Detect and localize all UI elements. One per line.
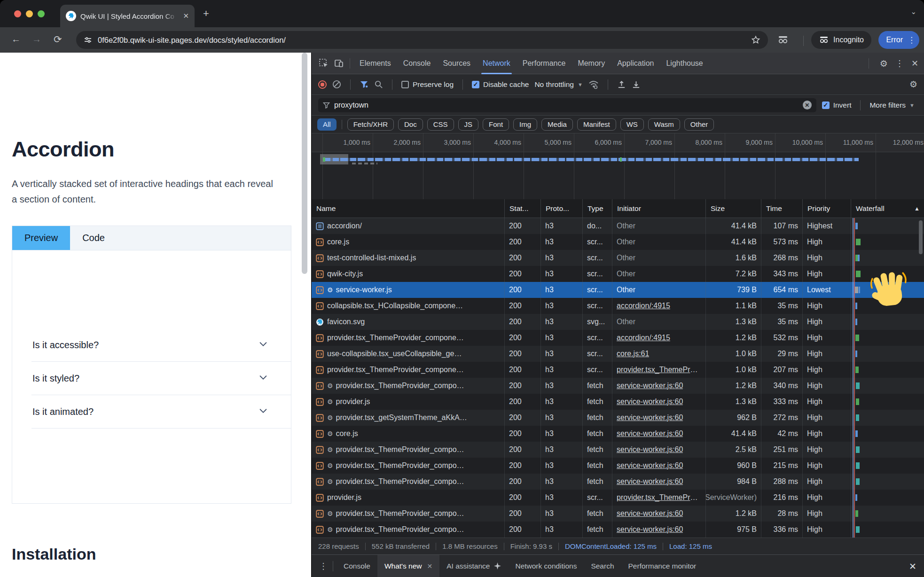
- type-chip-fetch/xhr[interactable]: Fetch/XHR: [347, 118, 394, 131]
- invert-filter-checkbox[interactable]: ✓ Invert: [822, 101, 852, 109]
- request-initiator[interactable]: provider.tsx_ThemeProvider: [612, 362, 706, 378]
- type-chip-other[interactable]: Other: [684, 118, 714, 131]
- demo-tab-preview[interactable]: Preview: [12, 226, 70, 250]
- drawer-tab-search[interactable]: Search: [584, 555, 621, 577]
- error-profile-button[interactable]: Error ⋮: [878, 31, 919, 49]
- devtools-tab-sources[interactable]: Sources: [437, 53, 477, 74]
- devtools-tab-lighthouse[interactable]: Lighthouse: [660, 53, 709, 74]
- devtools-menu-kebab-icon[interactable]: ⋮: [895, 58, 904, 69]
- type-chip-img[interactable]: Img: [513, 118, 537, 131]
- column-header-stat[interactable]: Stat...: [505, 199, 541, 218]
- type-chip-js[interactable]: JS: [458, 118, 479, 131]
- type-chip-all[interactable]: All: [317, 118, 337, 131]
- filter-input[interactable]: proxytown ✕: [318, 98, 816, 112]
- network-request-row[interactable]: ⚙provider.tsx_ThemeProvider_compo… 200 h…: [312, 378, 924, 394]
- devtools-close-icon[interactable]: ✕: [911, 58, 918, 69]
- network-request-row[interactable]: collapsible.tsx_HCollapsible_compone… 20…: [312, 298, 924, 314]
- network-request-row[interactable]: ⚙provider.tsx_ThemeProvider_compo… 200 h…: [312, 442, 924, 458]
- preserve-log-checkbox[interactable]: Preserve log: [401, 80, 454, 89]
- request-initiator[interactable]: service-worker.js:60: [612, 442, 706, 458]
- type-chip-ws[interactable]: WS: [620, 118, 644, 131]
- request-initiator[interactable]: service-worker.js:60: [612, 474, 706, 490]
- close-window-button[interactable]: [14, 10, 21, 17]
- request-initiator[interactable]: service-worker.js:60: [612, 394, 706, 410]
- devtools-tab-memory[interactable]: Memory: [572, 53, 611, 74]
- page-scrollbar-thumb[interactable]: [302, 53, 307, 274]
- browser-tab[interactable]: Qwik UI | Styled Accordion Co ✕: [60, 5, 195, 27]
- bookmark-star-icon[interactable]: [751, 35, 760, 45]
- network-request-row[interactable]: ⚙provider.tsx_ThemeProvider_compo… 200 h…: [312, 458, 924, 474]
- drawer-tab-what-s-new[interactable]: What's new✕: [377, 555, 439, 577]
- type-chip-font[interactable]: Font: [483, 118, 509, 131]
- request-initiator[interactable]: accordion/:4915: [612, 298, 706, 314]
- column-header-time[interactable]: Time: [761, 199, 803, 218]
- network-request-row[interactable]: ⚙provider.tsx_ThemeProvider_compo… 200 h…: [312, 522, 924, 538]
- request-initiator[interactable]: service-worker.js:60: [612, 410, 706, 426]
- request-initiator[interactable]: accordion/:4915: [612, 330, 706, 346]
- network-request-row[interactable]: accordion/ 200 h3 do... Other 41.4 kB 10…: [312, 218, 924, 234]
- devtools-tab-network[interactable]: Network: [477, 53, 517, 74]
- network-request-row[interactable]: ⚙provider.tsx_ThemeProvider_compo… 200 h…: [312, 506, 924, 522]
- type-chip-doc[interactable]: Doc: [398, 118, 423, 131]
- drawer-menu-kebab-icon[interactable]: ⋮: [319, 561, 328, 571]
- drawer-tab-performance-monitor[interactable]: Performance monitor: [621, 555, 704, 577]
- accordion-trigger[interactable]: Is it styled?: [31, 362, 291, 395]
- network-request-row[interactable]: favicon.svg 200 h3 svg... Other 1.3 kB 3…: [312, 314, 924, 330]
- column-header-waterfall[interactable]: Waterfall▲: [851, 199, 924, 218]
- type-chip-css[interactable]: CSS: [427, 118, 454, 131]
- minimize-window-button[interactable]: [26, 10, 33, 17]
- network-request-row[interactable]: test-controlled-list-mixed.js 200 h3 scr…: [312, 250, 924, 266]
- request-initiator[interactable]: service-worker.js:60: [612, 458, 706, 474]
- network-overview-timeline[interactable]: 1,000 ms2,000 ms3,000 ms4,000 ms5,000 ms…: [312, 133, 924, 199]
- network-request-row[interactable]: ⚙service-worker.js 200 h3 scr... Other 7…: [312, 282, 924, 298]
- network-request-row[interactable]: ⚙provider.js 200 h3 fetch service-worker…: [312, 394, 924, 410]
- request-initiator[interactable]: service-worker.js:60: [612, 506, 706, 522]
- column-header-proto[interactable]: Proto...: [541, 199, 583, 218]
- reload-icon[interactable]: ⟳: [54, 34, 62, 45]
- drawer-close-icon[interactable]: ✕: [909, 561, 916, 572]
- devtools-tab-console[interactable]: Console: [397, 53, 437, 74]
- column-header-name[interactable]: Name: [312, 199, 505, 218]
- column-header-priority[interactable]: Priority: [803, 199, 851, 218]
- fullscreen-window-button[interactable]: [38, 10, 45, 17]
- type-chip-wasm[interactable]: Wasm: [648, 118, 680, 131]
- column-header-size[interactable]: Size: [706, 199, 761, 218]
- accordion-trigger[interactable]: Is it accessible?: [31, 328, 291, 362]
- import-har-icon[interactable]: [617, 80, 626, 89]
- column-header-initiator[interactable]: Initiator: [612, 199, 706, 218]
- inspect-element-icon[interactable]: [319, 58, 329, 69]
- tab-close-icon[interactable]: ✕: [183, 12, 189, 20]
- network-request-row[interactable]: provider.tsx_ThemeProvider_compone… 200 …: [312, 362, 924, 378]
- filter-input-value[interactable]: proxytown: [334, 101, 799, 109]
- network-request-row[interactable]: core.js 200 h3 scr... Other 41.4 kB 573 …: [312, 234, 924, 250]
- accordion-trigger[interactable]: Is it animated?: [31, 395, 291, 429]
- omnibox[interactable]: 0f6e2f0b.qwik-ui-site.pages.dev/docs/sty…: [76, 31, 768, 49]
- network-request-row[interactable]: ⚙provider.tsx_ThemeProvider_compo… 200 h…: [312, 474, 924, 490]
- disable-cache-checkbox[interactable]: ✓ Disable cache: [472, 80, 529, 89]
- request-initiator[interactable]: service-worker.js:60: [612, 426, 706, 442]
- drawer-tab-console[interactable]: Console: [337, 555, 377, 577]
- site-settings-icon[interactable]: [84, 36, 92, 44]
- column-header-type[interactable]: Type: [583, 199, 612, 218]
- search-icon[interactable]: [374, 80, 383, 89]
- network-request-row[interactable]: ⚙provider.tsx_getSystemTheme_aKkA… 200 h…: [312, 410, 924, 426]
- network-request-row[interactable]: use-collapsible.tsx_useCollapsible_ge… 2…: [312, 346, 924, 362]
- type-chip-media[interactable]: Media: [541, 118, 573, 131]
- request-initiator[interactable]: service-worker.js:60: [612, 522, 706, 538]
- network-settings-gear-icon[interactable]: ⚙: [909, 79, 917, 90]
- request-initiator[interactable]: provider.tsx_ThemeProvider: [612, 490, 706, 506]
- network-request-row[interactable]: ⚙core.js 200 h3 fetch service-worker.js:…: [312, 426, 924, 442]
- demo-tab-code[interactable]: Code: [70, 226, 117, 250]
- drawer-tab-ai-assistance[interactable]: AI assistance: [439, 555, 508, 577]
- clear-filter-icon[interactable]: ✕: [803, 101, 812, 109]
- more-filters-dropdown[interactable]: More filters ▼: [869, 101, 915, 109]
- url-text[interactable]: 0f6e2f0b.qwik-ui-site.pages.dev/docs/sty…: [98, 36, 745, 45]
- devtools-tab-elements[interactable]: Elements: [353, 53, 397, 74]
- tab-search-chevron-icon[interactable]: ⌄: [910, 8, 916, 16]
- clear-network-log-icon[interactable]: [332, 80, 341, 89]
- drawer-tab-network-conditions[interactable]: Network conditions: [508, 555, 584, 577]
- device-toolbar-icon[interactable]: [334, 58, 344, 69]
- request-initiator[interactable]: core.js:61: [612, 346, 706, 362]
- type-chip-manifest[interactable]: Manifest: [577, 118, 616, 131]
- profile-incognito-icon[interactable]: [777, 36, 789, 44]
